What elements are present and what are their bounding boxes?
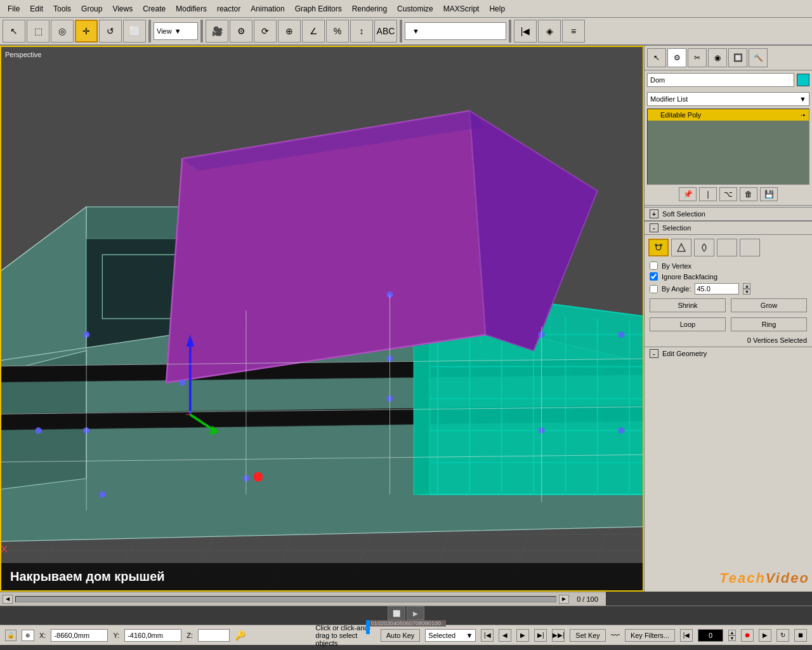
move-tool-btn[interactable]: ✛	[75, 20, 98, 43]
menu-graph-editors[interactable]: Graph Editors	[290, 3, 347, 15]
select-tool-btn[interactable]: ↖	[3, 20, 25, 43]
menu-views[interactable]: Views	[107, 3, 138, 15]
border-mode-btn[interactable]	[694, 239, 714, 256]
snap-btn[interactable]: ⊕	[278, 20, 301, 43]
create-panel-btn[interactable]: ⚙	[667, 48, 686, 67]
menu-modifiers[interactable]: Modifiers	[171, 3, 212, 15]
display-panel-btn[interactable]: ✂	[688, 48, 707, 67]
x-input[interactable]	[51, 629, 108, 642]
loop-btn[interactable]: Loop	[650, 317, 726, 331]
scroll-left-btn[interactable]: ◀	[3, 595, 13, 604]
object-name-input[interactable]	[647, 73, 794, 87]
hierarchy-panel-btn[interactable]: 🔲	[728, 48, 747, 67]
go-start-btn[interactable]: |◀	[481, 629, 494, 642]
layers-btn[interactable]: ≡	[562, 20, 585, 43]
by-angle-checkbox[interactable]	[650, 285, 658, 293]
coord-type-btn[interactable]: ⊕	[22, 630, 34, 641]
show-end-result-btn[interactable]: |	[699, 187, 717, 201]
rotate-tool-btn[interactable]: ↺	[99, 20, 122, 43]
view-dropdown[interactable]: View ▼	[154, 22, 198, 40]
menu-maxscript[interactable]: MAXScript	[438, 3, 485, 15]
edit-geometry-toggle[interactable]: -	[650, 349, 658, 358]
prev-frame-btn[interactable]: |◀	[514, 20, 537, 43]
modifier-list-dropdown[interactable]: Modifier List ▼	[647, 92, 809, 106]
timeline-icon-2[interactable]: ▶	[407, 606, 424, 620]
percent-snap-btn[interactable]: %	[326, 20, 349, 43]
frame-up-btn[interactable]: ▲	[728, 630, 736, 635]
scale-tool-btn[interactable]: ⬜	[123, 20, 146, 43]
region-select-btn[interactable]: ⬚	[27, 20, 49, 43]
menu-create[interactable]: Create	[138, 3, 171, 15]
render-btn[interactable]: 🎥	[206, 20, 228, 43]
menu-file[interactable]: File	[3, 3, 25, 15]
angle-up-btn[interactable]: ▲	[743, 283, 750, 289]
key-filters-btn[interactable]: Key Filters...	[625, 629, 675, 642]
menu-tools[interactable]: Tools	[48, 3, 76, 15]
key-mode-btn[interactable]: ◈	[538, 20, 561, 43]
menu-customize[interactable]: Customize	[392, 3, 438, 15]
soft-selection-toggle[interactable]: +	[650, 209, 658, 218]
ring-btn[interactable]: Ring	[731, 317, 807, 331]
mirror-btn[interactable]: ⟳	[254, 20, 277, 43]
z-input[interactable]	[198, 629, 230, 642]
menu-group[interactable]: Group	[76, 3, 107, 15]
element-mode-btn[interactable]	[740, 239, 760, 256]
object-color-swatch[interactable]	[797, 74, 809, 86]
configure-modifier-sets-btn[interactable]: 💾	[760, 187, 778, 201]
angle-snap-btn[interactable]: ∠	[302, 20, 325, 43]
menu-edit[interactable]: Edit	[25, 3, 48, 15]
circle-select-btn[interactable]: ◎	[51, 20, 74, 43]
angle-spinner[interactable]: ▲ ▼	[743, 283, 750, 295]
modifier-stack[interactable]: Editable Poly ·•	[647, 109, 809, 185]
y-input[interactable]	[124, 629, 181, 642]
stop-anim-btn[interactable]: ⏹	[794, 629, 807, 642]
loop-anim-btn[interactable]: ↻	[776, 629, 789, 642]
timeline-icon-1[interactable]: ⬜	[388, 606, 405, 620]
frame-spinner[interactable]: ▲ ▼	[728, 630, 736, 641]
modify-panel-btn[interactable]: ↖	[647, 48, 666, 67]
frame-input[interactable]	[698, 629, 723, 642]
play-anim-btn[interactable]: ▶	[759, 629, 771, 642]
auto-key-btn[interactable]: Auto Key	[381, 629, 421, 642]
vertex-mode-btn[interactable]	[648, 239, 669, 256]
soft-selection-header[interactable]: + Soft Selection	[645, 208, 812, 221]
edge-mode-btn[interactable]	[671, 239, 691, 256]
record-btn[interactable]: ⏺	[741, 629, 754, 642]
go-end-btn[interactable]: ▶▶|	[552, 629, 565, 642]
scroll-right-btn[interactable]: ▶	[559, 595, 569, 604]
set-key-btn[interactable]: Set Key	[570, 629, 606, 642]
menu-animation[interactable]: Animation	[246, 3, 289, 15]
motion-panel-btn[interactable]: ◉	[708, 48, 727, 67]
timeline-ruler[interactable]: 0 10 20 30 40 50 60 70 80 90 100	[366, 620, 446, 627]
next-key-btn[interactable]: ▶|	[534, 629, 547, 642]
remove-modifier-btn[interactable]: 🗑	[740, 187, 757, 201]
pin-stack-btn[interactable]: 📌	[679, 187, 697, 201]
selection-toggle[interactable]: -	[650, 223, 658, 232]
editable-poly-item[interactable]: Editable Poly ·•	[648, 109, 809, 121]
scroll-track[interactable]	[15, 596, 556, 602]
by-angle-input[interactable]	[695, 283, 739, 295]
angle-down-btn[interactable]: ▼	[743, 289, 750, 295]
menu-rendering[interactable]: Rendering	[347, 3, 392, 15]
menu-help[interactable]: Help	[484, 3, 510, 15]
material-btn[interactable]: ⚙	[230, 20, 252, 43]
selection-header[interactable]: - Selection	[645, 222, 812, 235]
text-btn[interactable]: ABC	[374, 20, 397, 43]
prev-key-btn[interactable]: ◀	[499, 629, 511, 642]
by-vertex-checkbox[interactable]	[650, 262, 658, 270]
frame-down-btn[interactable]: ▼	[728, 635, 736, 641]
spinner-btn[interactable]: ↕	[350, 20, 373, 43]
selected-dropdown[interactable]: Selected ▼	[425, 629, 476, 642]
lock-icon[interactable]: 🔒	[5, 630, 16, 641]
go-start-2-btn[interactable]: |◀	[680, 629, 693, 642]
polygon-mode-btn[interactable]	[717, 239, 737, 256]
play-btn[interactable]: ▶	[516, 629, 529, 642]
edit-geometry-section[interactable]: - Edit Geometry	[645, 347, 812, 360]
shrink-btn[interactable]: Shrink	[650, 298, 726, 312]
make-unique-btn[interactable]: ⌥	[719, 187, 737, 201]
utilities-panel-btn[interactable]: 🔨	[749, 48, 768, 67]
grow-btn[interactable]: Grow	[731, 298, 807, 312]
ignore-backfacing-checkbox[interactable]	[650, 272, 658, 281]
menu-reactor[interactable]: reactor	[212, 3, 246, 15]
viewport[interactable]: Perspective	[0, 46, 644, 592]
